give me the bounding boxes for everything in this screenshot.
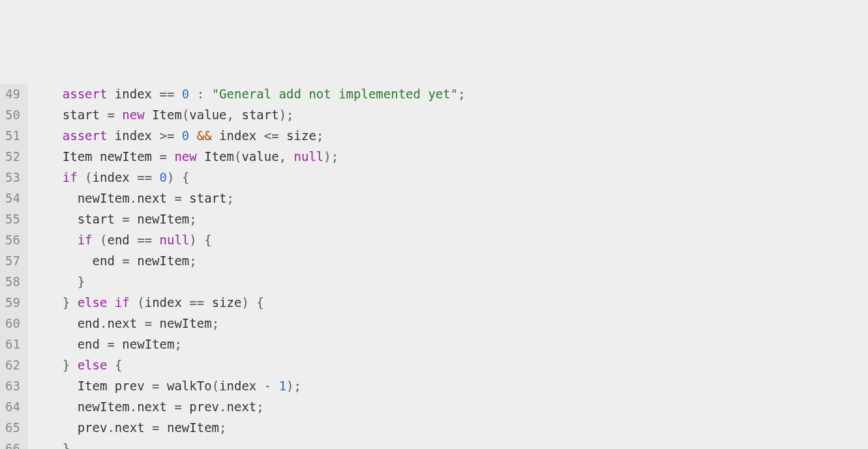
code-line[interactable]: 58 } <box>0 271 868 292</box>
line-number: 58 <box>0 271 27 292</box>
code-content[interactable]: assert index >= 0 && index <= size; <box>27 125 868 146</box>
code-line[interactable]: 66 } <box>0 438 868 449</box>
code-token: walkTo <box>167 379 212 393</box>
code-line[interactable]: 53 if (index == 0) { <box>0 167 868 188</box>
code-content[interactable]: start = newItem; <box>27 209 868 229</box>
code-token: = <box>174 191 181 205</box>
code-token: ) <box>323 149 331 164</box>
code-content[interactable]: } <box>27 271 868 292</box>
code-token: ( <box>100 233 107 247</box>
code-token: ; <box>331 149 338 164</box>
code-line[interactable]: 49 assert index == 0 : "General add not … <box>0 83 868 104</box>
line-number: 54 <box>0 188 27 209</box>
code-line[interactable]: 60 end.next = newItem; <box>0 313 868 334</box>
code-token: . <box>219 399 226 414</box>
code-token: next <box>137 399 167 414</box>
code-content[interactable]: newItem.next = start; <box>27 188 868 209</box>
code-line[interactable]: 59 } else if (index == size) { <box>0 292 868 313</box>
code-content[interactable]: end = newItem; <box>27 334 868 355</box>
code-token: { <box>115 358 122 372</box>
code-token: = <box>174 399 181 414</box>
code-token: { <box>204 233 211 247</box>
code-token: ( <box>212 379 219 393</box>
code-token: = <box>152 379 159 393</box>
code-line[interactable]: 50 start = new Item(value, start); <box>0 104 868 125</box>
code-token: index <box>219 379 256 393</box>
code-token: assert <box>63 87 108 101</box>
code-token: { <box>256 295 263 310</box>
code-token: ; <box>286 108 293 122</box>
code-token: 1 <box>279 379 286 393</box>
code-token: else <box>78 295 108 310</box>
code-token: newItem <box>160 316 212 330</box>
code-content[interactable]: } else { <box>27 355 868 375</box>
code-content[interactable]: } <box>27 438 868 449</box>
code-token: index <box>219 128 256 143</box>
code-content[interactable]: newItem.next = prev.next; <box>27 396 868 417</box>
code-content[interactable]: if (end == null) { <box>27 229 868 250</box>
code-token: } <box>63 358 70 372</box>
code-token: ; <box>294 379 301 393</box>
code-line[interactable]: 62 } else { <box>0 355 868 375</box>
code-line[interactable]: 56 if (end == null) { <box>0 229 868 250</box>
code-token: . <box>100 316 107 330</box>
code-line[interactable]: 55 start = newItem; <box>0 209 868 229</box>
code-content[interactable]: Item newItem = new Item(value, null); <box>27 146 868 167</box>
code-line[interactable]: 64 newItem.next = prev.next; <box>0 396 868 417</box>
code-token: newItem <box>100 149 152 164</box>
code-token: = <box>152 420 159 435</box>
code-token: == <box>137 170 152 184</box>
code-line[interactable]: 61 end = newItem; <box>0 334 868 355</box>
line-number: 49 <box>0 83 27 104</box>
code-token: && <box>197 128 212 143</box>
code-token: size <box>212 295 242 310</box>
code-token: Item <box>204 149 234 164</box>
code-line[interactable]: 63 Item prev = walkTo(index - 1); <box>0 375 868 396</box>
code-content[interactable]: Item prev = walkTo(index - 1); <box>27 375 868 396</box>
code-token: == <box>137 233 152 247</box>
code-content[interactable]: assert index == 0 : "General add not imp… <box>27 83 868 104</box>
code-token: ; <box>227 191 234 205</box>
code-token: } <box>63 295 70 310</box>
code-token: ; <box>219 420 226 435</box>
code-token: assert <box>63 128 108 143</box>
code-content[interactable]: if (index == 0) { <box>27 167 868 188</box>
code-token: . <box>107 420 114 435</box>
code-token: newItem <box>137 212 189 226</box>
code-token: = <box>107 337 114 351</box>
code-line[interactable]: 51 assert index >= 0 && index <= size; <box>0 125 868 146</box>
code-content[interactable]: end = newItem; <box>27 250 868 271</box>
code-token: . <box>130 191 137 205</box>
code-token: prev <box>115 379 145 393</box>
code-token: ; <box>174 337 181 351</box>
code-token: null <box>160 233 190 247</box>
code-token: start <box>241 108 278 122</box>
code-token: ; <box>189 253 196 268</box>
code-token: new <box>174 149 196 164</box>
code-editor[interactable]: 49 assert index == 0 : "General add not … <box>0 83 868 449</box>
code-token: 0 <box>182 87 189 101</box>
code-token: { <box>182 170 189 184</box>
code-token: ; <box>189 212 196 226</box>
code-content[interactable]: } else if (index == size) { <box>27 292 868 313</box>
code-token: if <box>115 295 130 310</box>
code-token: end <box>93 253 115 268</box>
line-number: 63 <box>0 375 27 396</box>
code-token: ( <box>234 149 241 164</box>
code-token: <= <box>264 128 279 143</box>
line-number: 51 <box>0 125 27 146</box>
code-line[interactable]: 52 Item newItem = new Item(value, null); <box>0 146 868 167</box>
code-token: start <box>63 108 100 122</box>
code-content[interactable]: start = new Item(value, start); <box>27 104 868 125</box>
code-line[interactable]: 54 newItem.next = start; <box>0 188 868 209</box>
code-content[interactable]: prev.next = newItem; <box>27 417 868 438</box>
code-token: Item <box>152 108 182 122</box>
code-token: index <box>93 170 130 184</box>
code-token: prev <box>78 420 108 435</box>
line-number: 53 <box>0 167 27 188</box>
code-line[interactable]: 65 prev.next = newItem; <box>0 417 868 438</box>
code-line[interactable]: 57 end = newItem; <box>0 250 868 271</box>
line-number: 57 <box>0 250 27 271</box>
code-content[interactable]: end.next = newItem; <box>27 313 868 334</box>
code-token: index <box>145 295 182 310</box>
